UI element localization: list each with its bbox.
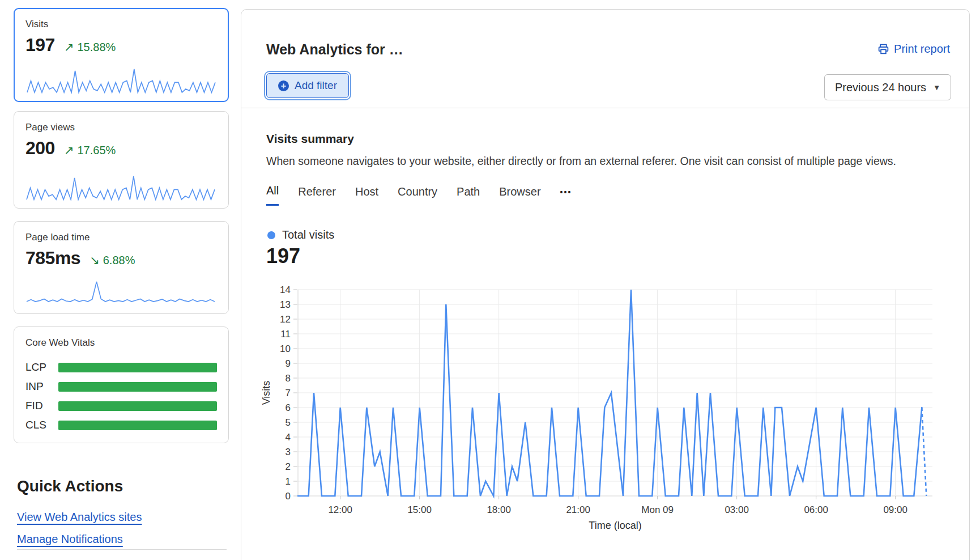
- metric-card-value: 785ms: [25, 248, 80, 269]
- svg-text:10: 10: [280, 343, 291, 354]
- printer-icon: [877, 43, 889, 55]
- svg-text:Mon 09: Mon 09: [641, 504, 674, 515]
- legend-dot-icon: [267, 231, 275, 239]
- cwv-metric-label: FID: [25, 400, 58, 412]
- view-web-analytics-sites-link[interactable]: View Web Analytics sites: [17, 511, 142, 524]
- header-divider: [241, 108, 969, 108]
- metric-card-label: Visits: [25, 19, 217, 30]
- svg-text:Time (local): Time (local): [589, 520, 641, 531]
- print-report-link[interactable]: Print report: [877, 43, 950, 56]
- svg-text:5: 5: [286, 417, 291, 428]
- cwv-row-cls: CLS: [25, 419, 217, 431]
- core-web-vitals-title: Core Web Vitals: [25, 337, 217, 349]
- chart-legend: Total visits: [267, 228, 334, 241]
- trend-pct: 15.88%: [78, 41, 116, 53]
- quick-actions-title: Quick Actions: [17, 477, 123, 495]
- plus-icon: +: [278, 80, 289, 91]
- cwv-bar-good: [58, 421, 217, 430]
- page-load-time-sparkline: [25, 279, 216, 307]
- cwv-row-fid: FID: [25, 400, 217, 412]
- tab-referer[interactable]: Referer: [298, 185, 336, 205]
- legend-label: Total visits: [282, 228, 334, 241]
- cwv-metric-label: LCP: [25, 361, 58, 374]
- chevron-down-icon: ▼: [933, 83, 940, 92]
- time-range-dropdown[interactable]: Previous 24 hours ▼: [824, 74, 951, 100]
- svg-text:06:00: 06:00: [804, 504, 828, 515]
- visits-line-chart: 0123456789101112131412:0015:0018:0021:00…: [261, 281, 952, 560]
- visits-summary-description: When someone navigates to your website, …: [266, 155, 918, 168]
- cwv-row-lcp: LCP: [25, 361, 217, 374]
- tab-path[interactable]: Path: [457, 185, 480, 205]
- tab-browser[interactable]: Browser: [499, 185, 540, 205]
- metric-card-label: Page views: [25, 122, 217, 133]
- visits-summary-title: Visits summary: [266, 132, 354, 146]
- metric-card-value: 197: [25, 35, 55, 56]
- trend-up-icon: ↗: [64, 143, 74, 156]
- manage-notifications-link[interactable]: Manage Notifications: [17, 533, 123, 546]
- metric-trend: ↘6.88%: [90, 253, 135, 267]
- print-report-label: Print report: [894, 43, 950, 56]
- svg-text:14: 14: [280, 285, 291, 295]
- metric-card-page-load-time[interactable]: Page load time 785ms ↘6.88%: [14, 221, 229, 314]
- sidebar-divider: [17, 549, 227, 550]
- time-range-value: Previous 24 hours: [835, 81, 926, 94]
- svg-text:13: 13: [280, 299, 291, 310]
- svg-text:8: 8: [286, 373, 291, 384]
- svg-text:12: 12: [280, 314, 291, 325]
- svg-text:9: 9: [286, 358, 291, 369]
- visits-sparkline: [26, 67, 216, 94]
- metric-trend: ↗15.88%: [64, 40, 116, 54]
- svg-text:Visits: Visits: [261, 381, 272, 405]
- trend-pct: 6.88%: [103, 254, 135, 266]
- metric-card-label: Page load time: [25, 232, 217, 243]
- metric-card-value: 200: [25, 138, 55, 159]
- svg-text:09:00: 09:00: [883, 504, 907, 515]
- trend-pct: 17.65%: [78, 144, 116, 156]
- cwv-bar-good: [58, 363, 217, 372]
- svg-text:6: 6: [286, 402, 291, 413]
- tab-host[interactable]: Host: [355, 185, 378, 205]
- svg-text:18:00: 18:00: [487, 504, 511, 515]
- page-views-sparkline: [25, 174, 216, 201]
- svg-text:11: 11: [280, 329, 291, 340]
- svg-text:3: 3: [286, 447, 291, 457]
- add-filter-button[interactable]: + Add filter: [266, 73, 349, 98]
- cwv-row-inp: INP: [25, 380, 217, 393]
- summary-tabs: All Referer Host Country Path Browser ••…: [266, 184, 572, 206]
- metric-card-visits[interactable]: Visits 197 ↗15.88%: [14, 8, 229, 102]
- visits-chart: 0123456789101112131412:0015:0018:0021:00…: [261, 281, 952, 560]
- svg-text:2: 2: [286, 461, 291, 472]
- total-visits-value: 197: [266, 244, 300, 268]
- tab-all[interactable]: All: [266, 184, 279, 206]
- metric-trend: ↗17.65%: [64, 143, 116, 157]
- tab-country[interactable]: Country: [398, 185, 437, 205]
- trend-down-icon: ↘: [90, 253, 100, 266]
- svg-text:7: 7: [286, 388, 291, 398]
- add-filter-label: Add filter: [295, 79, 337, 92]
- svg-text:1: 1: [286, 476, 291, 487]
- cwv-bar-good: [58, 382, 217, 392]
- cwv-metric-label: INP: [25, 380, 58, 393]
- svg-text:15:00: 15:00: [407, 504, 432, 515]
- core-web-vitals-card: Core Web Vitals LCP INP FID CLS: [14, 326, 229, 443]
- cwv-metric-label: CLS: [25, 419, 58, 431]
- metric-card-page-views[interactable]: Page views 200 ↗17.65%: [14, 111, 229, 209]
- main-panel: Web Analytics for … Print report + Add f…: [241, 9, 970, 560]
- svg-text:03:00: 03:00: [725, 504, 749, 515]
- page-title: Web Analytics for …: [266, 41, 403, 58]
- svg-text:12:00: 12:00: [328, 504, 352, 515]
- sidebar: Visits 197 ↗15.88% Page views 200 ↗17.65…: [14, 0, 229, 560]
- trend-up-icon: ↗: [64, 40, 74, 53]
- svg-text:4: 4: [286, 432, 291, 443]
- svg-text:21:00: 21:00: [566, 504, 590, 515]
- svg-text:0: 0: [286, 491, 291, 502]
- cwv-bar-good: [58, 401, 217, 411]
- more-tabs-button[interactable]: •••: [560, 188, 572, 202]
